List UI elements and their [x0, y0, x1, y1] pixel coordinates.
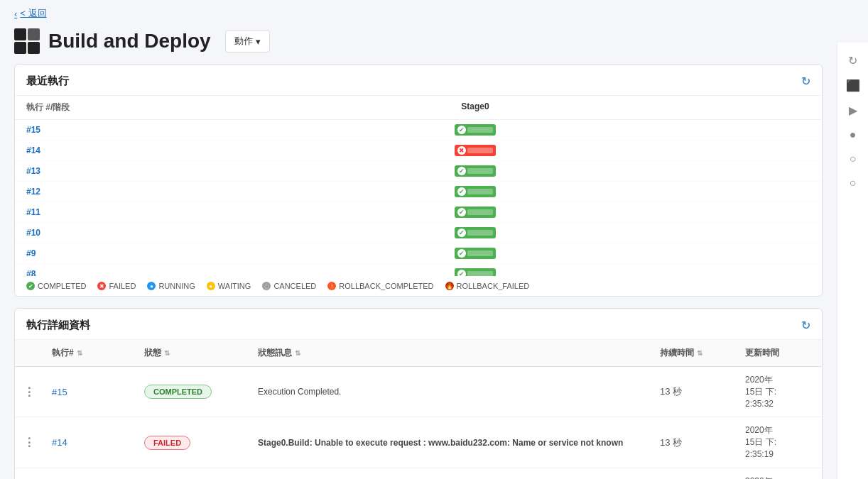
back-label: < 返回 [20, 7, 46, 20]
run-number[interactable]: #12 [15, 187, 129, 197]
th-duration[interactable]: 持續時間 ⇅ [651, 340, 737, 366]
back-button[interactable]: ‹ < 返回 [0, 0, 61, 24]
action-label: 動作 [234, 35, 253, 48]
icon-cell-2 [28, 28, 40, 40]
chart-row[interactable]: #10 ✔ [15, 223, 822, 243]
th-message-label: 狀態訊息 [258, 347, 292, 359]
run-number[interactable]: #8 [15, 269, 129, 276]
main-content: 最近執行 ↻ 執行 #/階段 Stage0 #15 ✔ #14 ✖ [0, 64, 837, 479]
status-badge: COMPLETED [144, 385, 212, 399]
chart-col-run: 執行 #/階段 [15, 101, 129, 114]
chart-row[interactable]: #11 ✔ [15, 202, 822, 223]
stage-cell: ✔ [129, 226, 822, 240]
right-sidebar: ↻ ⬛ ▶ ● ○ ○ [837, 43, 868, 479]
th-duration-label: 持續時間 [660, 347, 694, 359]
icon-cell-4 [28, 42, 40, 54]
th-status-label: 狀態 [144, 347, 161, 359]
run-number[interactable]: #15 [15, 125, 129, 135]
row-more-button[interactable]: ⋮ [15, 429, 43, 456]
chart-row[interactable]: #9 ✔ [15, 243, 822, 264]
row-updated: 2020年15日 下:2:35:19 [737, 417, 822, 467]
legend-label: RUNNING [158, 282, 195, 290]
row-duration: 13 秒 [651, 429, 737, 456]
updated-text: 2020年15日 下:2:35:19 [745, 424, 776, 460]
status-badge: FAILED [144, 436, 190, 450]
row-status: FAILED [136, 429, 249, 457]
chart-row[interactable]: #12 ✔ [15, 182, 822, 202]
run-number[interactable]: #9 [15, 248, 129, 258]
legend-label: COMPLETED [38, 282, 86, 290]
row-duration: 13 秒 [651, 378, 737, 405]
row-run-number[interactable]: #14 [43, 430, 136, 455]
icon-cell-1 [14, 28, 26, 40]
action-button[interactable]: 動作 ▾ [225, 30, 270, 53]
message-text: Execution Completed. [258, 387, 341, 397]
circle-filled-icon[interactable]: ● [850, 128, 857, 141]
run-number[interactable]: #13 [15, 166, 129, 176]
recent-runs-refresh-button[interactable]: ↻ [801, 75, 810, 88]
duration-text: 13 秒 [660, 385, 682, 398]
icon-cell-3 [14, 42, 26, 54]
legend-label: ROLLBACK_FAILED [457, 282, 530, 290]
row-more-button[interactable]: ⋮ [15, 378, 43, 406]
run-number[interactable]: #14 [15, 145, 129, 155]
th-run-sort-icon: ⇅ [77, 349, 82, 357]
legend: ✔ COMPLETED ✖ FAILED ● RUNNING ● WAITING… [15, 276, 822, 296]
legend-label: CANCELED [273, 282, 316, 290]
row-run-number[interactable]: #15 [43, 380, 136, 404]
row-message: Execution Completed. [249, 380, 651, 404]
recent-runs-title: 最近執行 [26, 75, 69, 88]
table-row: ⋮ #13 COMPLETED Execution Completed. 13 … [15, 468, 822, 479]
stage-cell: ✔ [129, 267, 822, 276]
th-updated-label: 更新時間 [745, 347, 779, 359]
th-status-sort-icon: ⇅ [164, 349, 170, 357]
play-icon[interactable]: ▶ [849, 104, 857, 117]
th-message-sort-icon: ⇅ [295, 349, 300, 357]
execution-details-title: 執行詳細資料 [26, 319, 90, 332]
legend-item-canceled: ◌ CANCELED [262, 282, 316, 290]
table-row: ⋮ #15 COMPLETED Execution Completed. 13 … [15, 367, 822, 417]
legend-item-running: ● RUNNING [147, 282, 195, 290]
chart-header: 執行 #/階段 Stage0 [15, 96, 822, 120]
updated-text: 2020年15日 下:2:35:32 [745, 374, 776, 409]
th-updated[interactable]: 更新時間 [737, 340, 822, 366]
page-header: Build and Deploy 動作 ▾ [0, 24, 868, 64]
stage-cell: ✔ [129, 123, 822, 137]
legend-item-failed: ✖ FAILED [97, 282, 136, 290]
row-updated: 2020年15日 下:2:34:14 [737, 468, 822, 479]
updated-text: 2020年15日 下:2:34:14 [745, 475, 776, 479]
th-message[interactable]: 狀態訊息 ⇅ [249, 340, 651, 366]
pipeline-icon [14, 28, 40, 54]
execution-details-card: 執行詳細資料 ↻ 執行# ⇅ 狀態 ⇅ 狀態訊息 ⇅ 持續時間 ⇅ 更新 [14, 308, 823, 479]
execution-details-refresh-button[interactable]: ↻ [801, 319, 810, 332]
chart-row[interactable]: #8 ✔ [15, 264, 822, 276]
run-number[interactable]: #10 [15, 228, 129, 238]
th-actions [15, 346, 43, 360]
stage-cell: ✖ [129, 143, 822, 158]
back-icon: ‹ [14, 9, 17, 19]
monitor-icon[interactable]: ⬛ [846, 79, 860, 92]
stage-cell: ✔ [129, 185, 822, 199]
row-updated: 2020年15日 下:2:35:32 [737, 367, 822, 417]
chart-row[interactable]: #13 ✔ [15, 161, 822, 182]
stage-cell: ✔ [129, 164, 822, 178]
legend-item-rollback_failed: 🔥 ROLLBACK_FAILED [445, 282, 530, 290]
refresh-icon[interactable]: ↻ [848, 54, 857, 67]
legend-item-completed: ✔ COMPLETED [26, 282, 86, 290]
legend-label: ROLLBACK_COMPLETED [339, 282, 433, 290]
chart-scroll-area[interactable]: #15 ✔ #14 ✖ #13 ✔ #12 ✔ [15, 120, 822, 276]
stage-cell: ✔ [129, 246, 822, 260]
chart-row[interactable]: #15 ✔ [15, 120, 822, 141]
th-run[interactable]: 執行# ⇅ [43, 340, 136, 366]
message-text: Stage0.Build: Unable to execute request … [258, 438, 623, 448]
circle-icon-1[interactable]: ○ [850, 153, 857, 165]
legend-label: WAITING [218, 282, 251, 290]
run-number[interactable]: #11 [15, 207, 129, 217]
table-header: 執行# ⇅ 狀態 ⇅ 狀態訊息 ⇅ 持續時間 ⇅ 更新時間 [15, 340, 822, 367]
chart-row[interactable]: #14 ✖ [15, 141, 822, 161]
th-status[interactable]: 狀態 ⇅ [136, 340, 249, 366]
circle-icon-2[interactable]: ○ [850, 177, 857, 189]
legend-item-rollback_completed: ! ROLLBACK_COMPLETED [327, 282, 433, 290]
action-chevron-icon: ▾ [256, 36, 261, 47]
execution-details-header: 執行詳細資料 ↻ [15, 309, 822, 340]
